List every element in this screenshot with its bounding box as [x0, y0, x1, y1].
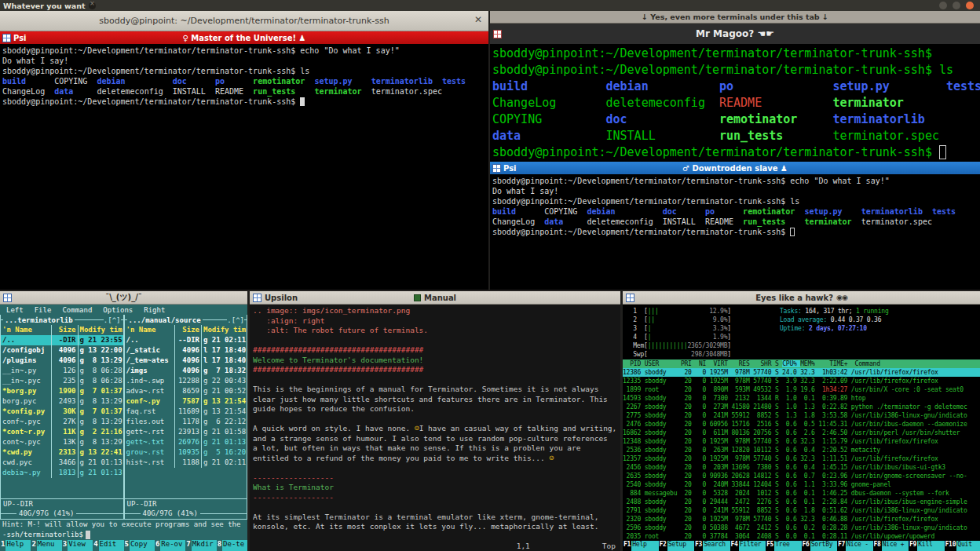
group-icon[interactable]	[2, 34, 11, 42]
mc-panel-corner[interactable]: .[^]	[227, 316, 244, 324]
fkey-search[interactable]: F3Search	[694, 541, 730, 551]
fkey-re-ov[interactable]: 6Re-ov	[155, 540, 185, 551]
mc-column-headers[interactable]: 'n Name Size Modify tim	[1, 325, 123, 335]
gtk-titlebar[interactable]: sboddy@pinpoint: ~/Development/terminato…	[0, 11, 488, 31]
tab-whatever-you-want[interactable]: Whatever you want	[3, 2, 96, 10]
fkey-edit[interactable]: 4Edit	[93, 540, 123, 551]
fkey-quit[interactable]: F10Quit	[945, 541, 980, 551]
close-button[interactable]	[966, 2, 974, 9]
process-row[interactable]: 2320 sboddy 20 0 1925M 978M 57740 S 0.6 …	[623, 515, 980, 524]
group-icon[interactable]	[253, 294, 261, 302]
mc-file-row[interactable]: cwd.pyc3466g 21 01:13	[1, 458, 123, 468]
mc-file-row[interactable]: gett~.txt26976g 21 01:13	[125, 437, 247, 447]
process-row[interactable]: 12335 sboddy 20 0 1925M 978M 57740 S 3.9…	[623, 377, 980, 385]
terminal-titlebar-master[interactable]: Psi ♀ Master of the Universe! ♟	[0, 31, 488, 44]
fkey-view[interactable]: 3View	[62, 540, 93, 551]
mc-file-row[interactable]: *borg.py1990g 7 01:37	[1, 386, 123, 396]
mc-file-row[interactable]: *config.py30Kg 7 01:37	[1, 407, 123, 417]
fkey-tree[interactable]: F5Tree	[766, 541, 802, 551]
mc-file-row[interactable]: grou~.rst10935g 5 16:20	[125, 447, 247, 458]
process-row[interactable]: 16862 sboddy 20 0 611M 80136 20756 S 0.6…	[623, 429, 980, 437]
tab-more-terminals[interactable]: ↓ Yes, even more terminals under this ta…	[642, 13, 828, 21]
process-row[interactable]: 2791 sboddy 20 0 241M 55912 8852 S 0.6 1…	[623, 506, 980, 515]
mc-column-headers[interactable]: 'n Name Size Modify tim	[125, 325, 247, 335]
process-row[interactable]: 2488 sboddy 20 0 29444 2472 2276 S 0.6 0…	[623, 498, 980, 506]
mc-file-row[interactable]: conf~.py7587g 13 21:54	[125, 396, 247, 407]
fkey-mkdir[interactable]: 7Mkdir	[185, 540, 216, 551]
process-row[interactable]: 12348 sboddy 20 0 1925M 978M 57740 S 0.6…	[623, 437, 980, 446]
mc-panel-corner[interactable]: .[^]	[104, 316, 121, 324]
terminal-magoo[interactable]: sboddy@pinpoint:~/Development/terminator…	[490, 44, 980, 162]
mc-right-panel[interactable]: .../manual/source .[^] 'n Name Size Modi…	[124, 315, 248, 520]
tab-close-icon[interactable]	[89, 2, 96, 9]
mc-file-row[interactable]: __in~.py126g 8 06:28	[1, 366, 123, 376]
mc-file-row[interactable]: cont~.pyc13Kg 8 13:29	[1, 437, 123, 447]
mc-menu-right[interactable]: Right	[144, 306, 165, 314]
process-row[interactable]: 2267 sboddy 20 0 273M 41580 21480 S 1.0 …	[623, 403, 980, 411]
mc-file-row[interactable]: __in~.pyc235g 8 06:28	[1, 376, 123, 386]
process-row[interactable]: 2635 sboddy 20 0 90936 20628 14812 S 0.6…	[623, 472, 980, 480]
mc-menu-file[interactable]: File	[35, 306, 52, 314]
mc-file-row[interactable]: /plugins4096g 8 13:29	[1, 356, 123, 366]
terminal-master[interactable]: sboddy@pinpoint:~/Development/terminator…	[0, 44, 488, 107]
minimize-button[interactable]	[939, 2, 947, 9]
terminal-titlebar-hawk[interactable]: Eyes like a hawk?◉◉	[623, 291, 980, 305]
process-row[interactable]: 2035 root 20 0 37784 3064 2408 S 0.0 0.1…	[623, 532, 980, 541]
fkey-help[interactable]: 1Help	[0, 540, 31, 551]
fkey-nice-[interactable]: F7Nice -	[837, 541, 873, 551]
terminal-titlebar-slave[interactable]: Psi ♂ Downtrodden slave ♟	[490, 162, 980, 174]
mc-app[interactable]: LeftFileCommandOptionsRight ...terminato…	[0, 305, 247, 551]
terminal-titlebar-magoo[interactable]: Mr Magoo? ☚☛	[490, 24, 980, 44]
mc-file-row[interactable]: /..--DIRg 21 02:11	[125, 335, 247, 345]
mc-file-row[interactable]: debia~.py1813g 21 01:13	[1, 468, 123, 478]
mc-file-row[interactable]: .ind~.swp12288g 22 00:43	[125, 376, 247, 386]
fkey-kill[interactable]: F9Kill	[909, 541, 945, 551]
process-row[interactable]: 1899 root 20 0 890M 593M 49532 S 1.9 19.…	[623, 385, 980, 394]
fkey-de-te[interactable]: 8De-te	[217, 540, 247, 551]
process-row[interactable]: 2775 sboddy 20 0 241M 55912 8852 S 1.3 1…	[623, 411, 980, 420]
mc-file-row[interactable]: gett~.rst23913g 21 01:58	[125, 427, 247, 437]
fkey-filter[interactable]: F4Filter	[730, 541, 766, 551]
process-row[interactable]: 2456 sboddy 20 0 203M 13696 7380 S 0.6 0…	[623, 463, 980, 472]
process-row[interactable]: 2536 sboddy 20 0 263M 12820 10112 S 0.6 …	[623, 446, 980, 454]
fkey-copy[interactable]: 5Copy	[124, 540, 155, 551]
terminal-slave[interactable]: sboddy@pinpoint:~/Development/terminator…	[490, 174, 980, 290]
mc-file-row[interactable]: *cwd.py2313g 13 22:41	[1, 447, 123, 458]
mc-file-row[interactable]: conf~.pyc27Kg 8 13:29	[1, 417, 123, 427]
process-row[interactable]: 2540 sboddy 20 0 240M 33844 12404 S 0.6 …	[623, 480, 980, 489]
htop-table-header[interactable]: PID USER PRI NI VIRT RES SHR S CPU% MEM%…	[623, 359, 980, 368]
mc-file-row[interactable]: *cont~r.py11Kg 2 21:16	[1, 427, 123, 437]
mc-file-row[interactable]: /_static4096l 17 18:40	[125, 345, 247, 356]
mc-file-row[interactable]: files.out1178g 6 22:12	[125, 417, 247, 427]
mc-file-row[interactable]: adva~.rst8659g 21 00:52	[125, 386, 247, 396]
group-icon[interactable]	[493, 30, 502, 38]
terminal-titlebar-shrug[interactable]: ¯\_(ツ)_/¯	[0, 291, 247, 305]
group-icon[interactable]	[3, 294, 12, 302]
mc-command-line[interactable]: -ssh/terminatorlib$	[0, 530, 247, 540]
process-row[interactable]: 2476 sboddy 20 0 60956 15716 2516 S 0.6 …	[623, 420, 980, 429]
fkey-help[interactable]: F1Help	[623, 541, 659, 551]
terminal-titlebar-upsilon[interactable]: Upsilon Manual	[250, 291, 620, 305]
mc-menu-command[interactable]: Command	[62, 306, 92, 314]
pane-close-icon[interactable]: ✕	[474, 14, 482, 25]
mc-file-row[interactable]: faq.rst11689g 13 21:54	[125, 407, 247, 417]
vim-editor[interactable]: .. image:: imgs/icon_terminator.png :ali…	[250, 305, 620, 551]
process-row[interactable]: 12357 sboddy 20 0 1925M 978M 57740 S 0.6…	[623, 454, 980, 463]
mc-left-panel[interactable]: ...terminatorlib .[^] 'n Name Size Modif…	[0, 315, 124, 520]
fkey-nice-[interactable]: F8Nice +	[873, 541, 909, 551]
mc-menu-left[interactable]: Left	[6, 306, 24, 314]
fkey-setup[interactable]: F2Setup	[659, 541, 695, 551]
mc-file-row[interactable]: borg.pyc2493g 8 13:29	[1, 396, 123, 407]
mc-file-row[interactable]: /_tem~ates4096l 17 18:40	[125, 356, 247, 366]
mc-file-row[interactable]: /imgs4096g 7 18:32	[125, 366, 247, 376]
htop-app[interactable]: 1 [||| 12.9%] 2 [|| 9.0%] 3 [| 3.3%] 4 […	[623, 305, 980, 551]
mc-file-row[interactable]: /configobj4096g 13 22:00	[1, 345, 123, 356]
mc-file-row[interactable]: /..-DIRg 21 23:55	[1, 335, 123, 345]
fkey-menu[interactable]: 2Menu	[31, 540, 61, 551]
mc-file-row[interactable]: hist~.rst1188g 21 02:11	[125, 458, 247, 468]
fkey-sortby[interactable]: F6SortBy	[802, 541, 838, 551]
group-icon[interactable]	[492, 164, 501, 173]
process-row[interactable]: 2596 sboddy 20 0 50388 4672 2412 S 0.6 0…	[623, 524, 980, 532]
maximize-button[interactable]	[953, 2, 960, 9]
process-row[interactable]: 884 messagebu 20 0 5328 2024 1012 S 0.6 …	[623, 489, 980, 498]
